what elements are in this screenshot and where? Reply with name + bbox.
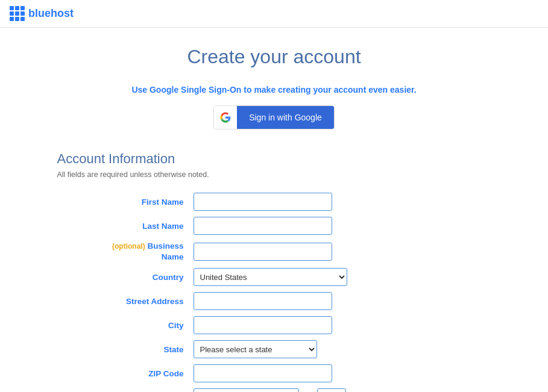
city-input[interactable] bbox=[194, 316, 332, 334]
logo-icon bbox=[10, 6, 25, 21]
zip-row: ZIP Code bbox=[57, 361, 491, 385]
first-name-label: First Name bbox=[57, 190, 190, 214]
ext-input[interactable] bbox=[317, 388, 346, 392]
street-label: Street Address bbox=[57, 289, 190, 313]
google-sso-section: Sign in with Google bbox=[57, 105, 491, 129]
account-form: First Name Last Name (optional) Business… bbox=[57, 190, 491, 392]
business-name-input[interactable] bbox=[194, 243, 332, 261]
phone-row: Phone Number Ext Use an international nu… bbox=[57, 385, 491, 392]
logo-text: bluehost bbox=[28, 7, 74, 20]
main-content: Create your account Use Google Single Si… bbox=[45, 28, 503, 392]
street-row: Street Address bbox=[57, 289, 491, 313]
last-name-input[interactable] bbox=[194, 217, 332, 235]
page-title: Create your account bbox=[57, 46, 491, 68]
zip-input[interactable] bbox=[194, 364, 332, 382]
google-sso-description: Use Google Single Sign-On to make creati… bbox=[57, 85, 491, 95]
business-name-row: (optional) BusinessName bbox=[57, 238, 491, 265]
business-name-label: BusinessName bbox=[147, 241, 183, 261]
google-icon bbox=[214, 105, 237, 129]
zip-label: ZIP Code bbox=[57, 361, 190, 385]
first-name-row: First Name bbox=[57, 190, 491, 214]
state-select[interactable]: Please select a state Alabama Alaska Ari… bbox=[194, 340, 317, 358]
account-section-title: Account Information bbox=[57, 151, 491, 167]
site-header: bluehost bbox=[0, 0, 548, 28]
country-row: Country United States bbox=[57, 265, 491, 289]
street-input[interactable] bbox=[194, 292, 332, 310]
city-row: City bbox=[57, 313, 491, 337]
state-label: State bbox=[57, 337, 190, 361]
optional-tag: (optional) bbox=[112, 242, 145, 250]
country-select[interactable]: United States bbox=[194, 268, 347, 286]
google-signin-button[interactable]: Sign in with Google bbox=[213, 105, 335, 129]
google-signin-label: Sign in with Google bbox=[237, 105, 334, 129]
country-label: Country bbox=[57, 265, 190, 289]
logo[interactable]: bluehost bbox=[10, 6, 74, 21]
first-name-input[interactable] bbox=[194, 193, 332, 211]
account-section-note: All fields are required unless otherwise… bbox=[57, 170, 491, 179]
phone-label: Phone Number bbox=[57, 385, 190, 392]
phone-wrap: Ext bbox=[194, 388, 488, 392]
last-name-row: Last Name bbox=[57, 214, 491, 238]
state-row: State Please select a state Alabama Alas… bbox=[57, 337, 491, 361]
city-label: City bbox=[57, 313, 190, 337]
phone-input[interactable] bbox=[194, 388, 299, 392]
last-name-label: Last Name bbox=[57, 214, 190, 238]
